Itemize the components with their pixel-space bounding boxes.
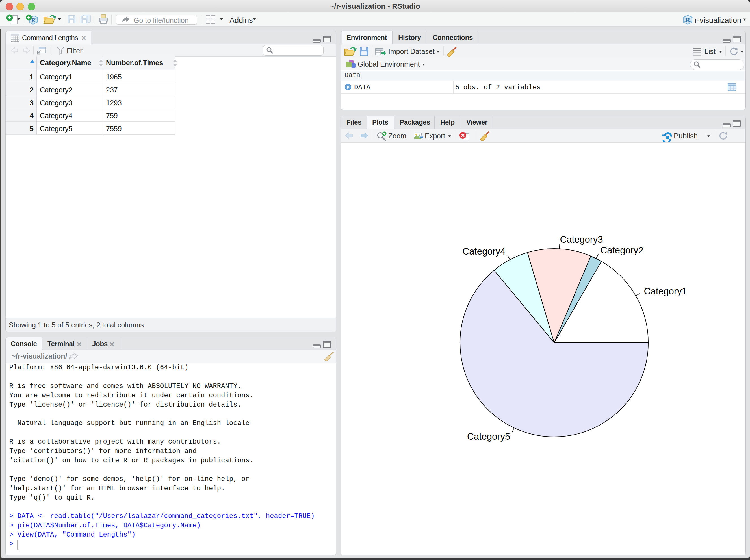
svg-text:Category2: Category2: [600, 245, 644, 255]
svg-text:Category3: Category3: [560, 234, 603, 245]
svg-text:Category1: Category1: [644, 286, 687, 296]
svg-text:Category5: Category5: [467, 431, 510, 442]
svg-text:R: R: [32, 17, 36, 23]
svg-text:Category4: Category4: [462, 246, 505, 257]
svg-text:R: R: [686, 16, 690, 23]
